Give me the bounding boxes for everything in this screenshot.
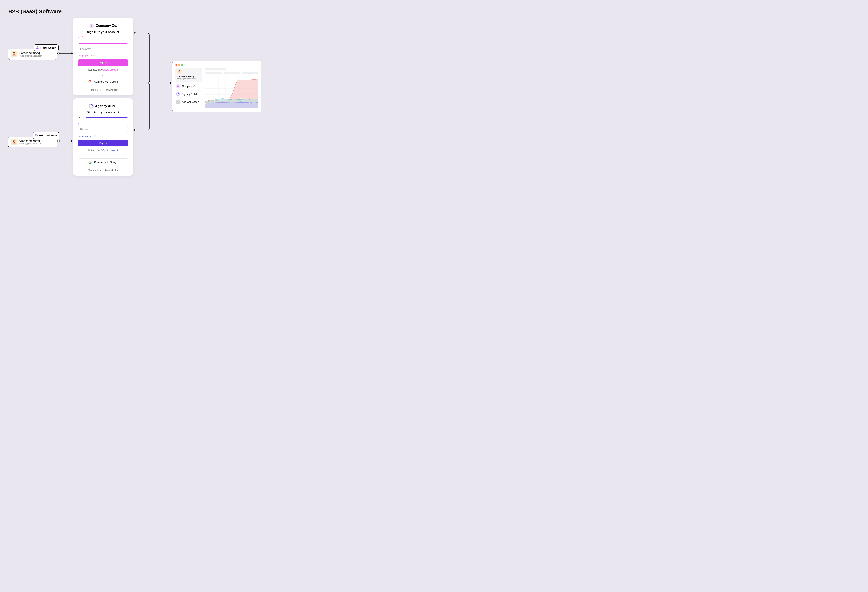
user-email: cwong@business.com bbox=[19, 142, 42, 145]
password-field[interactable] bbox=[78, 46, 128, 52]
no-account-text: Not account? bbox=[89, 68, 102, 71]
role-icon bbox=[36, 46, 39, 50]
svg-point-48 bbox=[222, 102, 223, 103]
role-badge-admin: Role: Admin bbox=[34, 44, 59, 51]
placeholder-bar bbox=[205, 68, 226, 70]
signin-button[interactable]: Sign in bbox=[78, 59, 128, 66]
google-icon bbox=[89, 80, 92, 83]
email-label: Email bbox=[80, 36, 86, 38]
avatar bbox=[11, 139, 17, 145]
user-email: cwong@business.com bbox=[177, 78, 201, 80]
avatar bbox=[11, 51, 17, 58]
svg-point-7 bbox=[149, 82, 151, 84]
brand-name: Agency ACME bbox=[95, 104, 118, 108]
user-name: Catherine Wong bbox=[177, 75, 201, 78]
add-workspace-button[interactable]: + Add workspace bbox=[175, 99, 202, 105]
svg-point-4 bbox=[134, 32, 136, 34]
email-label: Email bbox=[80, 116, 86, 118]
role-label: Role: Member bbox=[39, 134, 57, 137]
email-field[interactable] bbox=[78, 117, 128, 124]
login-card-company: Company Co. Sign in to your account Emai… bbox=[73, 18, 133, 95]
google-button-label: Continue with Google bbox=[94, 161, 118, 164]
user-name: Catherine Wong bbox=[19, 139, 42, 143]
agency-acme-logo-icon bbox=[89, 104, 94, 109]
continue-with-google-button[interactable]: Continue with Google bbox=[78, 78, 128, 86]
svg-point-40 bbox=[214, 100, 215, 101]
no-account-text: Not account? bbox=[89, 149, 102, 151]
placeholder-bar bbox=[205, 72, 222, 74]
svg-point-3 bbox=[58, 140, 59, 142]
minimize-dot-icon[interactable] bbox=[178, 64, 180, 66]
plus-icon: + bbox=[176, 100, 180, 104]
role-badge-member: Role: Member bbox=[33, 132, 59, 139]
svg-point-12 bbox=[13, 53, 14, 54]
svg-point-42 bbox=[231, 99, 232, 100]
terms-link[interactable]: Terms of Use bbox=[89, 89, 100, 91]
workspace-item-company[interactable]: Company Co. bbox=[175, 83, 202, 89]
forgot-password-link[interactable]: Forgot password? bbox=[78, 55, 128, 57]
workspace-item-agency[interactable]: Agency ACME bbox=[175, 91, 202, 97]
google-button-label: Continue with Google bbox=[94, 80, 118, 83]
svg-point-18 bbox=[13, 141, 14, 142]
sidebar-user-card[interactable]: Catherine Wong cwong@business.com bbox=[175, 68, 202, 81]
placeholder-bar bbox=[242, 72, 258, 74]
placeholder-bar bbox=[223, 72, 240, 74]
google-icon bbox=[89, 161, 92, 164]
svg-point-5 bbox=[134, 129, 136, 131]
svg-point-8 bbox=[37, 46, 38, 47]
user-email: cwong@business.com bbox=[19, 55, 42, 57]
svg-point-45 bbox=[258, 99, 258, 100]
role-icon bbox=[35, 134, 38, 137]
workspace-label: Company Co. bbox=[182, 85, 197, 88]
dashboard-sidebar: Catherine Wong cwong@business.com Compan… bbox=[175, 68, 202, 108]
chart-placeholder bbox=[205, 76, 258, 108]
svg-point-24 bbox=[179, 71, 179, 72]
signin-button[interactable]: Sign in bbox=[78, 140, 128, 146]
svg-point-41 bbox=[222, 98, 223, 99]
privacy-link[interactable]: Privacy Policy bbox=[105, 89, 118, 91]
agency-acme-logo-icon bbox=[176, 92, 180, 96]
window-controls bbox=[173, 63, 261, 68]
login-subtitle: Sign in to your account bbox=[78, 30, 128, 34]
svg-point-1 bbox=[58, 53, 59, 55]
company-co-logo-icon bbox=[176, 84, 180, 89]
svg-point-19 bbox=[15, 141, 15, 142]
workspace-label: Agency ACME bbox=[182, 93, 198, 96]
terms-link[interactable]: Terms of Use bbox=[89, 169, 100, 171]
forgot-password-link[interactable]: Forgot password? bbox=[78, 135, 128, 137]
company-co-logo-icon bbox=[89, 23, 94, 28]
avatar bbox=[177, 69, 182, 74]
svg-point-50 bbox=[240, 102, 241, 103]
svg-point-47 bbox=[214, 102, 215, 103]
page-title: B2B (SaaS) Software bbox=[8, 8, 62, 15]
login-subtitle: Sign in to your account bbox=[78, 111, 128, 114]
svg-point-51 bbox=[249, 102, 250, 103]
svg-marker-0 bbox=[71, 53, 73, 54]
create-account-link[interactable]: Create account bbox=[102, 149, 118, 151]
svg-point-14 bbox=[35, 134, 36, 135]
password-field[interactable] bbox=[78, 126, 128, 133]
add-workspace-label: Add workspace bbox=[182, 100, 199, 103]
or-separator: or bbox=[102, 74, 104, 76]
brand-name: Company Co. bbox=[96, 24, 117, 28]
privacy-link[interactable]: Privacy Policy bbox=[105, 169, 118, 171]
svg-point-52 bbox=[258, 102, 258, 103]
continue-with-google-button[interactable]: Continue with Google bbox=[78, 158, 128, 166]
dashboard-window: Catherine Wong cwong@business.com Compan… bbox=[172, 61, 261, 112]
svg-point-43 bbox=[240, 98, 241, 99]
svg-point-13 bbox=[15, 53, 15, 54]
close-dot-icon[interactable] bbox=[175, 64, 177, 66]
svg-point-25 bbox=[180, 71, 180, 72]
svg-point-46 bbox=[205, 103, 206, 104]
svg-marker-6 bbox=[170, 82, 172, 84]
login-card-agency: Agency ACME Sign in to your account Emai… bbox=[73, 98, 133, 176]
svg-point-44 bbox=[249, 99, 250, 100]
email-field[interactable] bbox=[78, 37, 128, 44]
role-label: Role: Admin bbox=[40, 46, 56, 49]
create-account-link[interactable]: Create account bbox=[102, 68, 118, 71]
svg-marker-2 bbox=[71, 140, 73, 142]
svg-point-49 bbox=[231, 102, 232, 103]
user-name: Catherine Wong bbox=[19, 52, 42, 55]
or-separator: or bbox=[102, 154, 104, 156]
maximize-dot-icon[interactable] bbox=[181, 64, 183, 66]
